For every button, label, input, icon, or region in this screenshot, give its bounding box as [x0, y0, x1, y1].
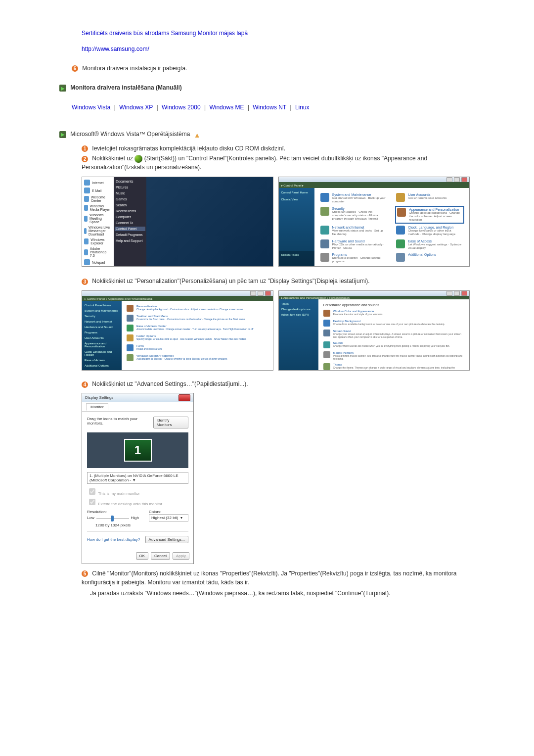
cancel-button[interactable]: Cancel — [151, 552, 170, 560]
pers-category-item: Taskbar and Start MenuCustomize the Star… — [127, 315, 268, 322]
start-right-item: Computer — [116, 215, 144, 219]
apply-button: Apply — [173, 552, 189, 560]
pers-category-item: PersonalizationChange desktop background… — [127, 305, 268, 312]
pers-sidebar-item: Control Panel Home — [85, 304, 119, 307]
step-2-text-a: Noklikšķiniet uz — [92, 155, 134, 162]
identify-monitors-button[interactable]: Identify Monitors — [153, 417, 188, 428]
cp-category-item: SecurityCheck for updates · Check this c… — [320, 207, 388, 223]
pers-sidebar-item: Clock Language and Region — [85, 350, 119, 356]
link-windows-2000[interactable]: Windows 2000 — [162, 104, 201, 111]
os-arrow-icon: ▶ — [59, 131, 66, 138]
display-settings-dialog: Display Settings Monitor Drag the icons … — [82, 393, 194, 564]
samsung-url-link[interactable]: http://www.samsung.com/ — [82, 46, 149, 52]
main-monitor-label: This is my main monitor — [98, 491, 139, 496]
pers-sidebar-item: Programs — [85, 331, 119, 334]
personalization-item: ThemeChange the theme. Themes can change… — [323, 363, 465, 371]
link-windows-nt[interactable]: Windows NT — [253, 104, 286, 111]
cp-category-item: Ease of AccessLet Windows suggest settin… — [396, 239, 463, 250]
monitor-1-icon[interactable]: 1 — [124, 439, 152, 462]
cp-sidebar-classic: Classic View — [281, 198, 312, 201]
cp-sidebar-home: Control Panel Home — [281, 191, 312, 194]
pers-category-item: Windows Sidebar PropertiesAdd gadgets to… — [127, 354, 268, 361]
link-windows-xp[interactable]: Windows XP — [119, 104, 153, 111]
link-linux[interactable]: Linux — [295, 104, 310, 111]
screenshot-start-menu: InternetE MailWelcome CenterWindows Medi… — [82, 177, 273, 267]
step-2-badge: 2 — [82, 156, 88, 162]
start-menu-item: Notepad — [84, 259, 112, 265]
cp-category-item: Additional Options — [396, 253, 463, 263]
step-1-text: Ievietojiet rokasgrāmatas komplektācijā … — [92, 145, 285, 152]
install-complete-text: Monitora draivera instalācija ir pabeigt… — [82, 65, 187, 72]
section-arrow-icon: ▶ — [59, 85, 66, 92]
cp-category-item: User AccountsAdd or remove user accounts — [396, 193, 463, 203]
separator: | — [114, 104, 116, 111]
colors-label: Colors: — [149, 510, 188, 514]
start-right-item: Recent Items — [116, 209, 144, 213]
cp-category-item: Appearance and PersonalizationChange des… — [395, 206, 464, 224]
slider-high: High — [131, 516, 139, 520]
ds-drag-text: Drag the icons to match your monitors. — [87, 417, 153, 428]
start-menu-item: Internet — [84, 180, 112, 186]
ok-button[interactable]: OK — [136, 552, 149, 560]
pers-sidebar-item: Appearance and Personalization — [85, 342, 119, 348]
extend-desktop-checkbox — [89, 499, 95, 505]
personalization-item: Window Color and AppearanceFine tune the… — [323, 310, 465, 317]
best-display-link[interactable]: How do I get the best display? — [87, 537, 140, 542]
start-right-item: Control Panel — [115, 227, 145, 231]
vista-os-heading: Microsoft® Windows Vista™ Operētājsistēm… — [70, 131, 190, 138]
pers-sidebar-item: Adjust font size (DPI) — [281, 313, 316, 316]
pers-category-item: Ease of Access CenterAccommodate low vis… — [127, 325, 268, 331]
pers-sidebar-item: Network and Internet — [85, 320, 119, 323]
cp-sidebar-recent: Recent Tasks — [279, 251, 314, 266]
step-5b-text: Ja parādās uzraksts "Windows needs…"(Win… — [90, 589, 470, 598]
screenshot-appearance-personalization: ▸ Control Panel ▸ Appearance and Persona… — [82, 290, 273, 371]
up-arrow-icon: ▲ — [194, 131, 201, 138]
cp-category-item: Network and InternetView network status … — [320, 226, 388, 236]
start-menu-item: Windows Explorer — [84, 238, 112, 245]
link-windows-vista[interactable]: Windows Vista — [72, 104, 110, 111]
screenshot-personalization: ▸ Appearance and Personalization ▸ Perso… — [278, 290, 470, 371]
windows-start-icon — [134, 155, 142, 163]
start-menu-item: Windows Media Player — [84, 204, 112, 211]
personalize-heading: Personalize appearance and sounds — [323, 303, 465, 307]
pers-sidebar-item: System and Maintenance — [85, 309, 119, 312]
pers-sidebar-item: Additional Options — [85, 364, 119, 367]
cp-category-item: System and MaintenanceGet started with W… — [320, 193, 388, 203]
step-3-text: Noklikšķiniet uz "Personalization"(Perso… — [92, 278, 369, 284]
step-3-badge: 3 — [82, 279, 88, 285]
start-right-item: Games — [116, 197, 144, 201]
cp-category-item: Clock, Language, and RegionChange keyboa… — [396, 226, 463, 236]
extend-desktop-label: Extend the desktop onto this monitor — [98, 502, 162, 506]
step-1-badge: 1 — [82, 145, 88, 152]
resolution-slider[interactable] — [96, 515, 129, 522]
start-right-item: Default Programs — [116, 233, 144, 236]
start-menu-item: E Mail — [84, 188, 112, 193]
close-icon[interactable] — [178, 394, 190, 401]
adapter-select[interactable]: 1. (Multiple Monitors) on NVIDIA GeForce… — [87, 472, 188, 484]
cp-category-item: ProgramsUninstall a program · Change sta… — [320, 253, 388, 263]
start-menu-item: Welcome Center — [84, 195, 112, 202]
link-windows-me[interactable]: Windows ME — [209, 104, 244, 111]
resolution-value: 1280 by 1024 pixels — [87, 523, 139, 527]
pers-sidebar-item: Change desktop icons — [281, 308, 316, 311]
start-right-item: Connect To — [116, 221, 144, 225]
resolution-label: Resolution: — [87, 510, 139, 514]
pers-category-item: FontsInstall or remove a font — [127, 344, 268, 351]
step-4-badge: 4 — [82, 381, 88, 388]
step-5-text: Cilnē "Monitor"(Monitors) noklikšķiniet … — [82, 570, 457, 586]
pers-sidebar-item: Hardware and Sound — [85, 326, 119, 329]
personalization-item: Mouse PointersPick a different mouse poi… — [323, 351, 465, 360]
separator: | — [204, 104, 206, 111]
pers-sidebar-item: Ease of Access — [85, 359, 119, 362]
start-menu-item: Windows Live Messenger Download — [84, 226, 112, 236]
advanced-settings-button[interactable]: Advanced Settings... — [145, 536, 188, 543]
certified-driver-line: Sertificēts draiveris būs atrodams Samsu… — [82, 30, 470, 37]
colors-select[interactable]: Highest (32 bit) ▾ — [149, 514, 188, 521]
pers-sidebar-item: Security — [85, 315, 119, 318]
ds-tab-monitor[interactable]: Monitor — [86, 403, 108, 411]
cp-category-item: Hardware and SoundPlay CDs or other medi… — [320, 239, 388, 250]
personalization-item: Screen SaverChange your screen saver or … — [323, 330, 465, 338]
cp-breadcrumb: ▸ Control Panel ▸ — [281, 184, 304, 187]
slider-low: Low — [87, 516, 94, 520]
start-menu-item: Windows Meeting Space — [84, 213, 112, 224]
